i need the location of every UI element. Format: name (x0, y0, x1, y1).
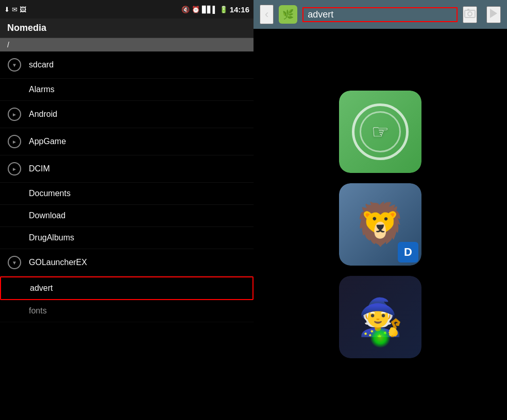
current-path: / (7, 41, 9, 49)
file-item-download[interactable]: Download (0, 205, 254, 227)
header-app-icon-symbol: 🌿 (282, 9, 294, 20)
signal-icon: ▊▋▌ (202, 6, 217, 13)
file-item-fonts[interactable]: fonts (0, 300, 254, 322)
file-item-label: DrugAlbums (29, 233, 74, 242)
status-bar-left-icons: ⬇ ✉ 🖼 (4, 6, 26, 13)
file-item-documents[interactable]: Documents (0, 183, 254, 205)
right-header: ‹ 🌿 advert (254, 0, 507, 29)
right-content: ☞ 🦁 D 🧙 (254, 29, 507, 420)
status-bar-time: 14:16 (230, 5, 249, 14)
svg-marker-3 (490, 9, 497, 18)
file-item-label: sdcard (29, 60, 54, 69)
file-item-advert[interactable]: advert (0, 276, 254, 300)
file-item-label: fonts (29, 306, 47, 316)
file-list: sdcard Alarms Android AppGame DCIM (0, 51, 254, 420)
file-item-appgame[interactable]: AppGame (0, 128, 254, 155)
image-status-icon: 🖼 (20, 6, 26, 13)
file-item-label: DCIM (29, 164, 50, 173)
svg-rect-2 (467, 9, 469, 10)
wolf-face-icon: 🦁 (354, 204, 406, 245)
header-app-icon: 🌿 (279, 5, 297, 24)
alarm-status-icon: ⏰ (192, 6, 200, 13)
camera-button[interactable] (463, 6, 477, 23)
download-status-icon: ⬇ (4, 6, 10, 13)
left-panel: ⬇ ✉ 🖼 🔇 ⏰ ▊▋▌ 🔋 14:16 Nomedia / sdcard A (0, 0, 254, 420)
file-item-label: AppGame (29, 137, 66, 146)
file-item-sdcard[interactable]: sdcard (0, 51, 254, 79)
sdcard-expand-icon (7, 58, 22, 72)
file-item-golauncherex[interactable]: GOLauncherEX (0, 249, 254, 276)
file-item-android[interactable]: Android (0, 101, 254, 128)
touch-finger-icon: ☞ (371, 120, 389, 143)
glow-orb (370, 327, 391, 348)
play-button[interactable] (486, 6, 501, 23)
file-item-dcim[interactable]: DCIM (0, 155, 254, 183)
app-icon-witch[interactable]: 🧙 (339, 276, 421, 358)
status-bar-right-icons: 🔇 ⏰ ▊▋▌ 🔋 14:16 (181, 5, 249, 14)
file-item-label: Android (29, 110, 57, 119)
app-icon-touch[interactable]: ☞ (339, 91, 421, 173)
file-item-label: Download (29, 211, 65, 220)
right-panel: ‹ 🌿 advert (254, 0, 507, 420)
app-icon-wolf[interactable]: 🦁 D (339, 183, 421, 266)
golauncherex-expand-icon (7, 255, 22, 270)
file-item-alarms[interactable]: Alarms (0, 79, 254, 101)
app-header: Nomedia (0, 19, 254, 38)
android-expand-icon (7, 107, 22, 121)
file-item-label: Documents (29, 189, 71, 198)
file-item-label: advert (30, 284, 53, 293)
mute-status-icon: 🔇 (181, 6, 190, 13)
header-title: advert (308, 9, 333, 20)
app-title: Nomedia (7, 23, 46, 33)
wolf-badge: D (398, 242, 418, 262)
dcim-expand-icon (7, 162, 22, 176)
appgame-expand-icon (7, 134, 22, 149)
file-item-drugalbums[interactable]: DrugAlbums (0, 227, 254, 249)
battery-icon: 🔋 (219, 6, 228, 13)
mail-status-icon: ✉ (12, 6, 18, 13)
back-button[interactable]: ‹ (260, 5, 274, 24)
file-item-label: GOLauncherEX (29, 258, 87, 267)
svg-point-1 (468, 12, 472, 16)
header-actions (463, 6, 501, 23)
status-bar: ⬇ ✉ 🖼 🔇 ⏰ ▊▋▌ 🔋 14:16 (0, 0, 254, 19)
path-bar: / (0, 38, 254, 51)
file-item-label: Alarms (29, 85, 55, 94)
header-title-box: advert (302, 7, 458, 22)
